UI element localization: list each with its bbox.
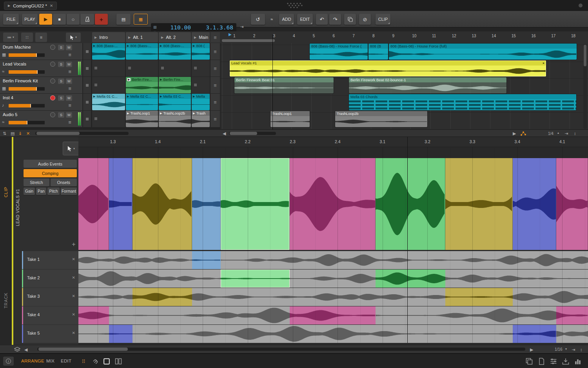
comp-section[interactable] bbox=[78, 158, 109, 250]
arr-ruler-label[interactable]: 11 bbox=[432, 34, 436, 38]
edit-ruler-label[interactable]: 2.4 bbox=[335, 139, 341, 144]
edit-ruler-label[interactable]: 4.1 bbox=[559, 139, 565, 144]
clip-launcher-empty-slot[interactable] bbox=[159, 60, 191, 77]
arranger-clip[interactable]: Mella 03 Chords bbox=[349, 94, 576, 110]
take-delete-button[interactable]: ✕ bbox=[72, 294, 75, 298]
vertical-zoom-icon[interactable]: ↕ bbox=[580, 347, 583, 352]
arr-ruler-label[interactable]: 9 bbox=[392, 34, 395, 38]
track-menu-icon[interactable]: ≣ bbox=[68, 103, 71, 107]
follow-playhead-icon[interactable] bbox=[520, 131, 526, 136]
clip-launcher-clip[interactable]: ▶Mella 03 C... bbox=[159, 94, 191, 110]
arranger-zoom-level[interactable]: 1/4 bbox=[548, 131, 554, 136]
take-section[interactable] bbox=[556, 306, 588, 324]
transport-play-button[interactable]: ▶ bbox=[39, 14, 52, 25]
take-section[interactable] bbox=[132, 288, 192, 306]
arr-ruler-label[interactable]: 17 bbox=[551, 34, 555, 38]
window-control[interactable] bbox=[579, 4, 583, 7]
clip-play-icon[interactable]: ▶ bbox=[93, 95, 95, 98]
goto-end-icon[interactable]: ⇥ bbox=[564, 131, 568, 136]
clip-launcher-clip[interactable]: ▶808 (Bass-... bbox=[126, 43, 158, 60]
arm-button[interactable] bbox=[50, 112, 55, 117]
focus-toggle-icon[interactable] bbox=[103, 357, 111, 365]
tempo-value[interactable]: 110.00 bbox=[163, 24, 191, 31]
arm-button[interactable] bbox=[50, 78, 55, 84]
take-delete-button[interactable]: ✕ bbox=[72, 331, 75, 335]
arr-ruler-label[interactable]: 3 bbox=[273, 34, 275, 38]
arr-ruler-label[interactable]: 5 bbox=[313, 34, 315, 38]
clip-button[interactable]: CLIP bbox=[376, 14, 390, 25]
mute-button[interactable]: M bbox=[66, 112, 72, 118]
formant-button[interactable]: Formant bbox=[61, 188, 77, 195]
clip-stop-cell[interactable] bbox=[83, 60, 91, 77]
scroll-left-icon[interactable]: ◀ bbox=[223, 131, 226, 136]
track-fader[interactable] bbox=[9, 104, 45, 107]
pitch-button[interactable]: Pitch bbox=[47, 188, 60, 195]
clear-icon[interactable]: ✕ bbox=[26, 131, 30, 136]
clip-stop-cell[interactable] bbox=[83, 94, 91, 110]
scene-menu-header[interactable]: ≣ bbox=[211, 32, 220, 42]
edit-ruler-label[interactable]: 1.3 bbox=[110, 139, 116, 144]
cancel-button[interactable]: ⊘ bbox=[359, 14, 371, 25]
take-lane[interactable] bbox=[78, 270, 588, 288]
scroll-right-icon[interactable]: ▶ bbox=[530, 347, 533, 352]
comp-section[interactable] bbox=[376, 158, 445, 250]
arranger-clip[interactable]: TrashLoop2b bbox=[335, 111, 427, 127]
track-slot-menu[interactable]: ≣ bbox=[211, 111, 220, 127]
inbox-icon[interactable] bbox=[562, 357, 570, 365]
scene-header[interactable]: ▶Main bbox=[192, 32, 210, 42]
tab-track[interactable]: TRACK bbox=[0, 287, 12, 314]
take-label[interactable]: Take 3✕ bbox=[22, 288, 78, 306]
timeline-scrollbar-track[interactable] bbox=[229, 132, 276, 135]
stretch-button[interactable]: Stretch bbox=[24, 179, 49, 186]
take-label[interactable]: Take 2✕ bbox=[22, 270, 78, 288]
arr-ruler-label[interactable]: 10 bbox=[412, 34, 416, 38]
document-icon[interactable] bbox=[537, 357, 545, 365]
punch-in-icon[interactable]: ⇥ bbox=[240, 24, 243, 29]
timeline-scrollbar-thumb[interactable] bbox=[230, 132, 257, 135]
track-slot-menu[interactable]: ≣ bbox=[211, 77, 220, 93]
position-value[interactable]: 3.1.3.68 bbox=[196, 24, 233, 31]
arr-ruler-label[interactable]: 16 bbox=[532, 34, 536, 38]
vertical-zoom-icon[interactable]: ↕ bbox=[574, 131, 576, 136]
mute-button[interactable]: M bbox=[66, 62, 72, 67]
clip-stop-cell[interactable] bbox=[83, 43, 91, 60]
solo-button[interactable]: S bbox=[58, 95, 64, 101]
arm-button[interactable] bbox=[50, 95, 55, 100]
onsets-button[interactable]: Onsets bbox=[51, 179, 77, 186]
take-section[interactable] bbox=[376, 270, 445, 288]
arranger-vertical-scrollbar[interactable] bbox=[583, 44, 587, 129]
project-tab[interactable]: ▶ CompingGUI22 * ✕ bbox=[4, 2, 57, 10]
panel-icon[interactable]: ▤ bbox=[11, 131, 15, 136]
clip-launcher-clip[interactable]: ▶Mella bbox=[192, 94, 210, 110]
edit-ruler-label[interactable]: 2.2 bbox=[245, 139, 251, 144]
take-lane[interactable] bbox=[78, 288, 588, 306]
comp-section[interactable] bbox=[109, 158, 132, 250]
clip-launcher-clip[interactable]: ▶808 (Bass-... bbox=[159, 43, 191, 60]
close-icon[interactable]: ✕ bbox=[50, 4, 53, 8]
take-label[interactable]: Take 1✕ bbox=[22, 251, 78, 269]
scene-play-icon[interactable]: ▶ bbox=[194, 36, 196, 39]
clip-play-icon[interactable]: ▶ bbox=[160, 112, 162, 115]
track-menu-icon[interactable]: ≣ bbox=[68, 69, 71, 74]
editor-lanes[interactable]: 1.31.42.12.22.32.43.13.23.33.44.1 bbox=[78, 137, 588, 345]
clip-play-icon[interactable]: ▶ bbox=[160, 44, 162, 47]
arm-button[interactable] bbox=[50, 45, 55, 50]
copy-button[interactable] bbox=[344, 14, 356, 25]
edit-ruler-label[interactable]: 2.3 bbox=[290, 139, 296, 144]
collapse-tracks-icon[interactable]: ⇓ bbox=[18, 131, 22, 136]
transport-record-button[interactable]: ○ bbox=[67, 14, 80, 25]
clip-launcher-clip[interactable]: ▶Mella 02 C... bbox=[126, 94, 158, 110]
arr-ruler-label[interactable]: 13 bbox=[472, 34, 476, 38]
arr-ruler-label[interactable]: 7 bbox=[352, 34, 355, 38]
solo-button[interactable]: S bbox=[58, 62, 64, 67]
info-button[interactable]: i bbox=[3, 357, 14, 366]
take-section[interactable] bbox=[290, 306, 376, 324]
zoom-up-icon[interactable]: ▴ bbox=[557, 131, 559, 135]
track-header[interactable]: Audio 5SM≈≣ bbox=[0, 111, 82, 127]
clip-play-icon[interactable]: ▶ bbox=[193, 95, 195, 98]
scene-play-icon[interactable]: ▶ bbox=[128, 36, 131, 39]
scroll-right-icon[interactable]: ▶ bbox=[513, 131, 516, 136]
comp-lane[interactable] bbox=[78, 158, 588, 250]
browser-dots-icon[interactable]: ⠿ bbox=[80, 357, 87, 365]
take-section[interactable] bbox=[192, 251, 221, 269]
